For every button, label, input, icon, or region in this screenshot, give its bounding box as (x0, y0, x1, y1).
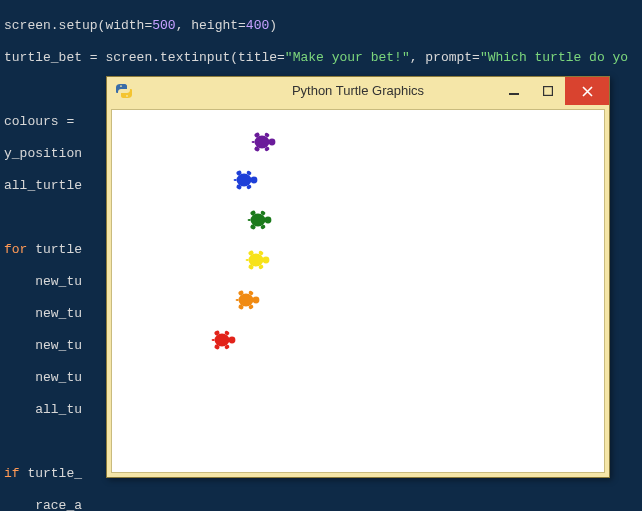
turtle-graphics-window[interactable]: Python Turtle Graphics (106, 76, 610, 478)
turtle-sprite (211, 329, 237, 351)
svg-point-36 (236, 299, 239, 301)
code-text: ) (269, 18, 277, 33)
svg-point-38 (229, 337, 236, 344)
svg-point-24 (263, 257, 270, 264)
svg-point-3 (269, 139, 276, 146)
code-text: all_turtle (4, 178, 82, 193)
turtle-sprite (247, 209, 273, 231)
svg-point-29 (246, 259, 249, 261)
svg-point-16 (251, 214, 266, 227)
code-number: 400 (246, 18, 269, 33)
svg-point-30 (239, 294, 254, 307)
code-text: all_tu (4, 402, 82, 417)
code-keyword: for (4, 242, 27, 257)
window-controls (497, 77, 609, 105)
code-text: new_tu (4, 306, 82, 321)
svg-point-10 (251, 177, 258, 184)
svg-point-9 (237, 174, 252, 187)
code-text: new_tu (4, 338, 82, 353)
turtle-canvas[interactable] (111, 109, 605, 473)
code-text: colours = (4, 114, 82, 129)
code-number: 500 (152, 18, 175, 33)
maximize-button[interactable] (531, 77, 565, 105)
svg-rect-0 (509, 93, 519, 95)
code-string: "Make your bet!" (285, 50, 410, 65)
turtle-sprite (235, 289, 261, 311)
svg-point-8 (252, 141, 255, 143)
window-titlebar[interactable]: Python Turtle Graphics (107, 77, 609, 105)
turtle-sprite (233, 169, 259, 191)
turtle-sprite (245, 249, 271, 271)
code-text: new_tu (4, 274, 82, 289)
code-text: screen.setup(width= (4, 18, 152, 33)
svg-point-2 (255, 136, 270, 149)
canvas-frame (107, 105, 609, 477)
turtle-sprite (251, 131, 277, 153)
svg-point-31 (253, 297, 260, 304)
code-text: , prompt= (410, 50, 480, 65)
code-text: , height= (176, 18, 246, 33)
minimize-button[interactable] (497, 77, 531, 105)
svg-rect-1 (544, 87, 553, 96)
svg-point-22 (248, 219, 251, 221)
svg-point-37 (215, 334, 230, 347)
svg-point-43 (212, 339, 215, 341)
code-text: turtle_bet = screen.textinput(title= (4, 50, 285, 65)
code-string: "Which turtle do yo (480, 50, 628, 65)
code-text: turtle_ (20, 466, 82, 481)
code-text: y_position (4, 146, 82, 161)
close-button[interactable] (565, 77, 609, 105)
svg-point-23 (249, 254, 264, 267)
code-keyword: if (4, 466, 20, 481)
code-text: new_tu (4, 370, 82, 385)
svg-point-15 (234, 179, 237, 181)
code-text: turtle (27, 242, 82, 257)
python-app-icon (115, 82, 133, 100)
svg-point-17 (265, 217, 272, 224)
code-text: race_a (4, 498, 82, 511)
